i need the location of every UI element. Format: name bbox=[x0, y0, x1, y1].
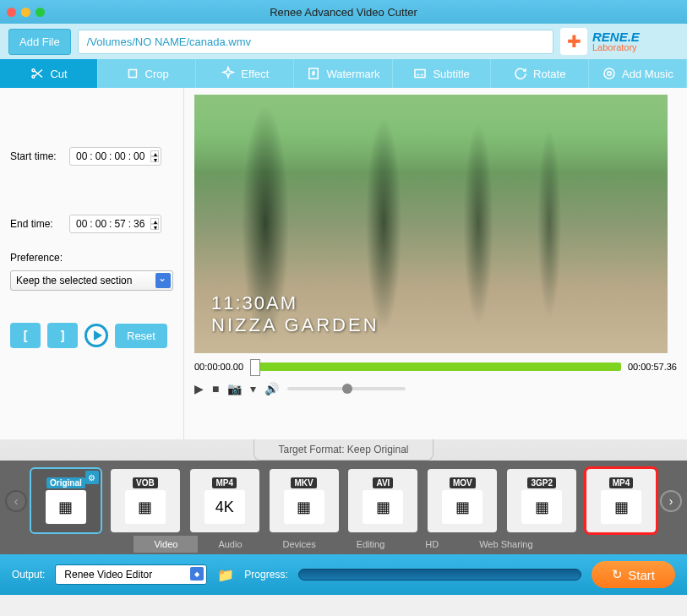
brand-name: RENE.E bbox=[592, 30, 640, 43]
format-thumb-icon: ▦ bbox=[125, 490, 166, 524]
scissors-icon bbox=[30, 66, 45, 81]
progress-label: Progress: bbox=[244, 569, 287, 581]
mark-out-button[interactable]: ] bbox=[47, 323, 78, 348]
stepper-icon[interactable]: ▲▼ bbox=[150, 150, 159, 162]
folder-icon[interactable]: 📁 bbox=[217, 567, 234, 583]
category-web-sharing[interactable]: Web Sharing bbox=[459, 536, 553, 553]
svg-rect-3 bbox=[309, 68, 319, 79]
cut-buttons: [ ] Reset bbox=[10, 323, 173, 348]
file-path-field[interactable]: /Volumes/NO NAME/canada.wmv bbox=[78, 30, 553, 54]
format-thumb-icon: 4K bbox=[204, 490, 245, 524]
maximize-icon[interactable] bbox=[35, 8, 45, 17]
category-devices[interactable]: Devices bbox=[263, 536, 336, 553]
format-badge: MP4 bbox=[212, 477, 237, 488]
volume-icon[interactable]: 🔊 bbox=[264, 382, 279, 395]
format-mp4[interactable]: MP44K bbox=[190, 469, 259, 532]
format-badge: MP4 bbox=[609, 477, 634, 488]
progress-bar bbox=[298, 569, 582, 581]
cut-sidebar: Start time: 00:00 : 00 : 00 ▲▼ End time:… bbox=[0, 88, 184, 439]
format-mp4[interactable]: MP4▦ bbox=[586, 469, 656, 532]
brand-sub: Laboratory bbox=[592, 43, 640, 52]
tab-effect[interactable]: Effect bbox=[196, 59, 294, 88]
video-preview[interactable]: 11:30AM NIZZA GARDEN bbox=[194, 95, 668, 353]
volume-slider[interactable] bbox=[287, 387, 406, 390]
start-button[interactable]: ↻ Start bbox=[592, 561, 675, 588]
snapshot-menu-icon[interactable]: ▾ bbox=[250, 382, 256, 395]
target-format-label[interactable]: Target Format: Keep Original bbox=[254, 439, 433, 461]
timeline-end: 00:00:57.36 bbox=[628, 362, 677, 372]
format-thumb-icon: ▦ bbox=[46, 490, 86, 524]
format-bar: Target Format: Keep Original ‹ Original▦… bbox=[0, 439, 687, 554]
snapshot-icon[interactable]: 📷 bbox=[227, 382, 242, 395]
timeline-start: 00:00:00.00 bbox=[194, 362, 243, 372]
format-original[interactable]: Original▦⚙ bbox=[31, 469, 101, 532]
tab-label: Cut bbox=[50, 68, 67, 80]
window-controls bbox=[7, 8, 45, 17]
brand-logo: ✚ RENE.E Laboratory bbox=[560, 28, 679, 55]
start-time-input[interactable]: 00:00 : 00 : 00 ▲▼ bbox=[69, 147, 161, 166]
start-time-row: Start time: 00:00 : 00 : 00 ▲▼ bbox=[10, 147, 173, 166]
tab-rotate[interactable]: Rotate bbox=[491, 59, 589, 88]
preference-select[interactable]: Keep the selected section bbox=[10, 270, 173, 291]
add-file-button[interactable]: Add File bbox=[8, 29, 71, 55]
category-hd[interactable]: HD bbox=[405, 536, 459, 553]
wand-icon bbox=[221, 66, 236, 81]
play-icon[interactable]: ▶ bbox=[194, 382, 204, 395]
timeline-track[interactable] bbox=[250, 363, 621, 371]
tab-label: Effect bbox=[241, 68, 269, 80]
tab-cut[interactable]: Cut bbox=[0, 59, 98, 88]
format-thumb-icon: ▦ bbox=[284, 490, 324, 524]
svg-point-6 bbox=[604, 68, 614, 79]
toolbar: Add File /Volumes/NO NAME/canada.wmv ✚ R… bbox=[0, 24, 687, 59]
tab-label: Rotate bbox=[533, 68, 565, 80]
format-badge: AVI bbox=[373, 477, 393, 488]
preview-panel: 11:30AM NIZZA GARDEN 00:00:00.00 00:00:5… bbox=[184, 88, 687, 439]
work-area: Start time: 00:00 : 00 : 00 ▲▼ End time:… bbox=[0, 88, 687, 439]
titlebar: Renee Advanced Video Cutter bbox=[0, 0, 687, 24]
refresh-icon: ↻ bbox=[612, 567, 623, 582]
tab-label: Watermark bbox=[326, 68, 379, 80]
format-vob[interactable]: VOB▦ bbox=[111, 469, 180, 532]
prev-formats-button[interactable]: ‹ bbox=[5, 490, 27, 512]
stepper-icon[interactable]: ▲▼ bbox=[150, 218, 159, 230]
output-select[interactable]: Renee Video Editor bbox=[55, 564, 207, 585]
droplet-icon bbox=[306, 66, 321, 81]
category-editing[interactable]: Editing bbox=[336, 536, 406, 553]
format-thumb-icon: ▦ bbox=[442, 490, 483, 524]
format-mkv[interactable]: MKV▦ bbox=[270, 469, 339, 532]
category-tabs: VideoAudioDevicesEditingHDWeb Sharing bbox=[0, 536, 687, 554]
gear-icon[interactable]: ⚙ bbox=[85, 471, 99, 484]
tab-label: Add Music bbox=[622, 68, 673, 80]
format-badge: VOB bbox=[133, 477, 158, 488]
tab-add-music[interactable]: Add Music bbox=[589, 59, 687, 88]
main-tabs: Cut Crop Effect Watermark Subtitle Rotat… bbox=[0, 59, 687, 88]
minimize-icon[interactable] bbox=[21, 8, 30, 17]
category-video[interactable]: Video bbox=[134, 536, 198, 553]
format-badge: 3GP2 bbox=[527, 477, 556, 488]
stop-icon[interactable]: ■ bbox=[212, 382, 219, 395]
tab-crop[interactable]: Crop bbox=[98, 59, 196, 88]
svg-point-1 bbox=[32, 75, 35, 78]
format-strip: ‹ Original▦⚙VOB▦MP44KMKV▦AVI▦MOV▦3GP2▦MP… bbox=[0, 461, 687, 536]
format-thumb-icon: ▦ bbox=[363, 490, 403, 524]
format-mov[interactable]: MOV▦ bbox=[428, 469, 497, 532]
tab-watermark[interactable]: Watermark bbox=[294, 59, 392, 88]
preference-label: Preference: bbox=[10, 252, 173, 264]
next-formats-button[interactable]: › bbox=[660, 490, 682, 512]
play-button[interactable] bbox=[85, 324, 108, 347]
format-thumb-icon: ▦ bbox=[601, 490, 641, 524]
category-audio[interactable]: Audio bbox=[198, 536, 262, 553]
tab-subtitle[interactable]: Subtitle bbox=[393, 59, 491, 88]
reset-button[interactable]: Reset bbox=[115, 324, 167, 348]
close-icon[interactable] bbox=[7, 8, 16, 17]
svg-rect-4 bbox=[415, 70, 425, 78]
svg-rect-2 bbox=[128, 70, 136, 78]
end-time-input[interactable]: 00:00 : 57 : 36 ▲▼ bbox=[69, 215, 161, 233]
format-badge: MOV bbox=[450, 477, 476, 488]
svg-point-5 bbox=[608, 72, 612, 76]
footer: Output: Renee Video Editor 📁 Progress: ↻… bbox=[0, 554, 687, 595]
format-badge: Original bbox=[46, 477, 85, 488]
mark-in-button[interactable]: [ bbox=[10, 323, 41, 348]
format-avi[interactable]: AVI▦ bbox=[348, 469, 417, 532]
format-3gp2[interactable]: 3GP2▦ bbox=[507, 469, 576, 532]
